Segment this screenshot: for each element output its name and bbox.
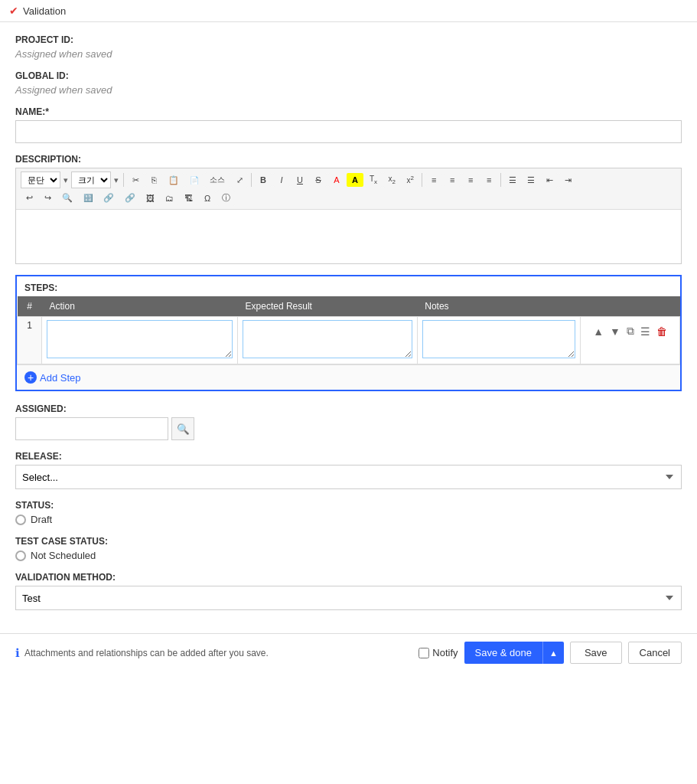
rte-strike-btn[interactable]: S [310,173,327,187]
col-num: # [18,296,42,317]
rte-italic-btn[interactable]: I [273,173,290,187]
steps-label: STEPS: [17,276,680,296]
rte-indent-btn[interactable]: ⇥ [559,173,576,188]
rte-divider4 [500,173,501,187]
assigned-input-row: 🔍 [15,417,682,440]
rte-toolbar: 문단 ▾ 크기 ▾ ✂ ⎘ 📋 📄 소스 ⤢ B I [16,168,681,210]
size-select[interactable]: 크기 [71,172,111,188]
rte-pastetext-btn[interactable]: 📄 [185,174,204,187]
rte-subscript-btn[interactable]: x2 [383,172,400,188]
col-expected: Expected Result [238,296,418,317]
save-button[interactable]: Save [570,642,622,664]
save-done-arrow-button[interactable]: ▲ [542,642,564,664]
rte-toolbar-row2: ↩ ↪ 🔍 🔡 🔗 🔗 🖼 🗂 🏗 Ω ⓘ [21,190,676,206]
rte-unlink-btn[interactable]: 🔗 [120,191,140,205]
step-notes-input[interactable] [422,320,575,358]
rte-paste-btn[interactable]: 📋 [164,173,184,188]
test-case-status-radio[interactable] [15,550,26,561]
project-id-field: PROJECT ID: Assigned when saved [15,34,682,60]
test-case-status-radio-row: Not Scheduled [15,550,682,561]
notify-label: Notify [432,647,458,658]
rte-alignright-btn[interactable]: ≡ [462,173,479,187]
rte-image-btn[interactable]: 🖼 [142,191,159,205]
rte-alignleft-btn[interactable]: ≡ [425,173,442,187]
step-move-down-btn[interactable]: ▼ [608,324,622,339]
rte-fullscreen-btn[interactable]: ⤢ [231,173,248,188]
rte-symbol-btn[interactable]: Ω [199,191,216,205]
add-step-icon: + [24,371,37,384]
col-actions [581,296,680,317]
top-bar-title: Validation [23,5,66,17]
rte-outdent-btn[interactable]: ⇤ [541,173,558,188]
rte-source-btn[interactable]: 소스 [205,172,230,188]
step-action-cell [42,317,238,364]
step-move-up-btn[interactable]: ▲ [591,324,605,339]
name-label: NAME:* [15,106,682,117]
name-input[interactable] [15,120,682,143]
rte-cut-btn[interactable]: ✂ [127,173,144,188]
rte-find-btn[interactable]: 🔍 [57,191,77,205]
search-icon: 🔍 [177,423,190,435]
rte-body[interactable] [16,210,681,263]
paragraph-select[interactable]: 문단 [21,172,60,188]
step-list-btn[interactable]: ☰ [639,324,652,339]
add-step-label: Add Step [40,372,81,384]
assigned-input[interactable] [15,417,168,440]
col-notes: Notes [417,296,580,317]
validation-method-select[interactable]: Test [15,586,682,610]
cancel-button[interactable]: Cancel [628,642,682,664]
rte-removeformat-btn[interactable]: Tx [365,172,382,188]
global-id-value: Assigned when saved [15,84,112,96]
rte-spellcheck-btn[interactable]: 🔡 [79,191,97,204]
status-value: Draft [31,514,52,525]
step-copy-btn[interactable]: ⧉ [625,323,636,339]
rte-copy-btn[interactable]: ⎘ [145,173,162,187]
rte-info-btn[interactable]: ⓘ [217,190,235,206]
description-label: DESCRIPTION: [15,154,682,165]
name-field: NAME:* [15,106,682,143]
rte-superscript-btn[interactable]: x2 [402,172,419,187]
status-radio[interactable] [15,514,26,525]
rte-ordered-btn[interactable]: ☰ [523,173,539,188]
global-id-label: GLOBAL ID: [15,70,682,81]
rte-divider1 [123,173,124,187]
step-action-input[interactable] [47,320,233,358]
status-radio-row: Draft [15,514,682,525]
rte-backcolor-btn[interactable]: A [347,173,363,187]
rte-aligncenter-btn[interactable]: ≡ [444,173,461,187]
assigned-search-button[interactable]: 🔍 [171,417,194,440]
validation-method-field: VALIDATION METHOD: Test [15,572,682,610]
dropdown-arrow1: ▾ [64,175,68,185]
step-expected-input[interactable] [243,320,412,358]
assigned-label: ASSIGNED: [15,403,682,414]
global-id-field: GLOBAL ID: Assigned when saved [15,70,682,96]
rte-forecolor-btn[interactable]: A [328,173,345,187]
validation-method-label: VALIDATION METHOD: [15,572,682,583]
rte-file-btn[interactable]: 🗂 [161,191,178,205]
rte-toolbar-row1: 문단 ▾ 크기 ▾ ✂ ⎘ 📋 📄 소스 ⤢ B I [21,172,676,188]
notify-row: Notify [419,647,458,658]
rte-link-btn[interactable]: 🔗 [99,191,119,205]
step-delete-btn[interactable]: 🗑 [655,324,669,339]
rte-table-btn[interactable]: 🏗 [180,191,197,205]
add-step-button[interactable]: + Add Step [24,371,81,384]
rte-underline-btn[interactable]: U [292,173,308,187]
step-action-btns: ▲ ▼ ⧉ ☰ 🗑 [585,320,675,342]
rte-alignjustify-btn[interactable]: ≡ [480,173,497,187]
release-select[interactable]: Select... [15,465,682,489]
step-expected-cell [238,317,418,364]
rte-unordered-btn[interactable]: ☰ [504,173,521,188]
table-row: 1 ▲ ▼ ⧉ ☰ [18,317,680,364]
test-case-status-label: TEST CASE STATUS: [15,536,682,547]
rte-bold-btn[interactable]: B [255,173,272,187]
validation-check-icon: ✔ [9,5,18,17]
rte-divider3 [422,173,422,187]
release-label: RELEASE: [15,451,682,462]
rte-redo-btn[interactable]: ↪ [39,191,56,205]
notify-checkbox[interactable] [419,648,429,658]
footer-info: ℹ Attachments and relationships can be a… [15,646,269,660]
status-label: STATUS: [15,500,682,511]
save-done-button[interactable]: Save & done [464,642,542,664]
project-id-label: PROJECT ID: [15,34,682,45]
rte-undo-btn[interactable]: ↩ [21,191,37,205]
